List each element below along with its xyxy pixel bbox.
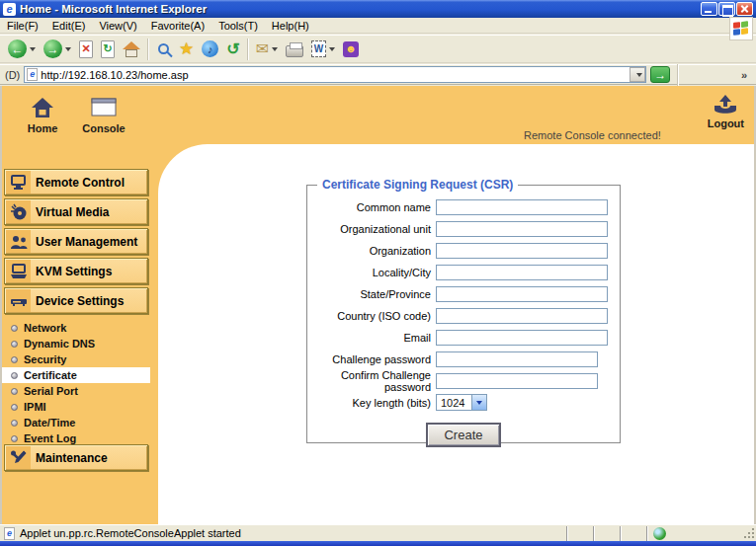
- field-label: Organizational unit: [307, 223, 436, 235]
- sidebar-item-user-management[interactable]: User Management: [4, 228, 148, 255]
- maintenance-icon: [6, 446, 31, 469]
- windows-logo-icon: [729, 17, 753, 40]
- sidebar-item-serial-port[interactable]: Serial Port: [2, 383, 150, 399]
- stop-icon: ✕: [79, 40, 93, 58]
- sidebar-item-kvm-settings[interactable]: KVM Settings: [4, 258, 148, 284]
- address-input[interactable]: [38, 68, 630, 81]
- field-label: Challenge password: [307, 353, 436, 365]
- create-button[interactable]: Create: [426, 423, 501, 447]
- sidebar-item-label: User Management: [36, 235, 137, 249]
- sidebar-item-virtual-media[interactable]: Virtual Media: [4, 198, 148, 225]
- field-label: Email: [307, 332, 436, 344]
- go-button[interactable]: →: [650, 66, 670, 83]
- home-button[interactable]: [119, 37, 144, 62]
- subitem-label: Certificate: [24, 369, 77, 381]
- bullet-icon: [11, 372, 18, 379]
- links-chevron[interactable]: »: [741, 69, 751, 81]
- sidebar-item-device-settings[interactable]: Device Settings: [4, 287, 148, 314]
- csr-rows: Common name Organizational unit Organiza…: [307, 186, 620, 447]
- stop-button[interactable]: ✕: [75, 37, 97, 62]
- form-row: Confirm Challenge password: [307, 372, 620, 389]
- form-row: Country (ISO code): [307, 307, 620, 324]
- console-window-icon: [90, 96, 118, 119]
- back-button[interactable]: ←: [4, 37, 40, 62]
- media-button[interactable]: ♪: [198, 37, 222, 62]
- menu-favorite[interactable]: Favorite(A): [144, 19, 211, 33]
- edit-with-word-button[interactable]: W: [307, 37, 339, 62]
- status-text: Applet un.pp.rc.RemoteConsoleApplet star…: [20, 527, 241, 539]
- sidebar-item-remote-control[interactable]: Remote Control: [4, 169, 148, 195]
- challenge-password-field[interactable]: [436, 351, 598, 367]
- form-row: Organization: [307, 242, 620, 259]
- status-panel: [593, 526, 615, 541]
- refresh-button[interactable]: ↻: [97, 37, 119, 62]
- sidebar-item-security[interactable]: Security: [2, 351, 150, 367]
- sidebar-item-ipmi[interactable]: IPMI: [2, 399, 150, 415]
- forward-button[interactable]: →: [40, 37, 75, 62]
- status-bar: e Applet un.pp.rc.RemoteConsoleApplet st…: [0, 524, 756, 541]
- menu-help[interactable]: Help(H): [265, 19, 316, 33]
- menu-edit[interactable]: Edit(E): [45, 19, 93, 33]
- bullet-icon: [11, 325, 18, 332]
- logout-icon: [713, 94, 738, 116]
- menu-view[interactable]: View(V): [92, 19, 143, 33]
- toolbar-separator: [247, 39, 249, 60]
- subitem-label: IPMI: [24, 401, 46, 413]
- sidebar-item-dynamic-dns[interactable]: Dynamic DNS: [2, 336, 150, 351]
- banner-console-label: Console: [82, 122, 125, 134]
- bullet-icon: [11, 341, 18, 348]
- sidebar-item-maintenance[interactable]: Maintenance: [4, 444, 148, 471]
- search-button[interactable]: [152, 37, 175, 62]
- sidebar-item-label: Remote Control: [36, 176, 125, 190]
- banner-home-label: Home: [28, 122, 58, 134]
- field-label: Locality/City: [307, 267, 436, 278]
- minimize-button[interactable]: [701, 2, 717, 16]
- field-label: Organization: [307, 245, 436, 257]
- internet-zone-icon: [653, 527, 666, 540]
- resize-grip[interactable]: [742, 526, 756, 540]
- title-bar: e Home - Microsoft Internet Explorer: [0, 0, 756, 18]
- kvm-settings-icon: [6, 260, 31, 282]
- virtual-media-icon: [6, 200, 31, 223]
- common-name-field[interactable]: [436, 199, 608, 215]
- field-label: Confirm Challenge password: [307, 369, 436, 393]
- country-iso-code-field[interactable]: [436, 308, 608, 324]
- sidebar-item-network[interactable]: Network: [2, 320, 150, 336]
- search-icon: [158, 43, 169, 54]
- select-arrow-button[interactable]: [471, 395, 486, 410]
- sidebar-item-certificate[interactable]: Certificate: [2, 367, 150, 383]
- email-field[interactable]: [436, 330, 608, 346]
- home-icon: [123, 41, 140, 57]
- organizational-unit-field[interactable]: [436, 221, 608, 237]
- favorites-button[interactable]: ★: [175, 37, 198, 62]
- mail-button[interactable]: ✉: [252, 37, 282, 62]
- forward-icon: →: [43, 39, 62, 58]
- print-icon: [286, 45, 303, 57]
- banner-home[interactable]: Home: [16, 96, 69, 134]
- status-page-icon: e: [4, 527, 15, 540]
- addressbar-separator: [677, 64, 679, 86]
- form-row: Organizational unit: [307, 220, 620, 237]
- field-label: Key length (bits): [307, 397, 436, 409]
- menu-file[interactable]: File(F): [0, 19, 45, 33]
- history-button[interactable]: ↺: [222, 37, 243, 62]
- menu-tools[interactable]: Tools(T): [211, 19, 265, 33]
- banner-console[interactable]: Console: [77, 96, 130, 134]
- word-dropdown-icon: [329, 47, 335, 51]
- locality-city-field[interactable]: [436, 265, 608, 280]
- key-length-value: 1024: [437, 397, 471, 409]
- messenger-button[interactable]: ☻: [339, 37, 363, 62]
- status-panel: [620, 526, 641, 541]
- logout-button[interactable]: Logout: [708, 94, 744, 129]
- address-dropdown-button[interactable]: [630, 67, 645, 82]
- state-province-field[interactable]: [436, 286, 608, 302]
- key-length-select[interactable]: 1024: [436, 394, 487, 411]
- confirm-challenge-password-field[interactable]: [436, 373, 598, 389]
- sidebar-item-label: Maintenance: [36, 451, 108, 465]
- close-button[interactable]: [736, 2, 753, 16]
- sidebar-item-date-time[interactable]: Date/Time: [2, 415, 150, 430]
- maximize-button[interactable]: [718, 2, 735, 16]
- print-button[interactable]: [282, 37, 307, 62]
- sidebar-item-label: Virtual Media: [36, 205, 109, 219]
- organization-field[interactable]: [436, 243, 608, 259]
